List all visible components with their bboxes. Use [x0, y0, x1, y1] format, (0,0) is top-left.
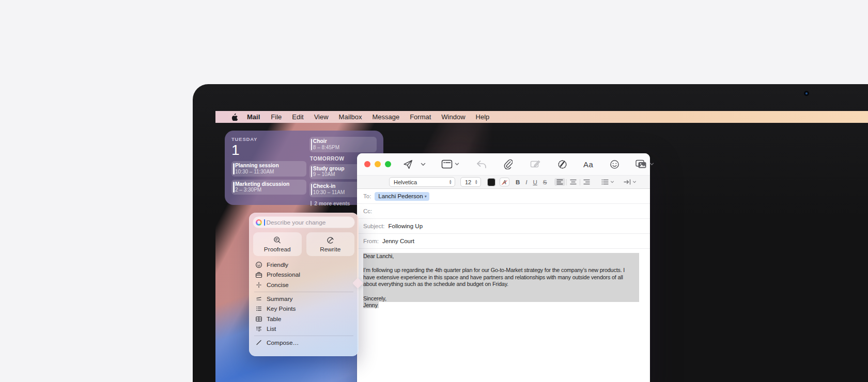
- font-size-value: 12: [465, 179, 471, 185]
- menu-item-concise[interactable]: Concise: [253, 280, 354, 290]
- menu-item-edit[interactable]: Edit: [287, 113, 308, 121]
- align-center-button[interactable]: [568, 178, 579, 186]
- body-line: Dear Lanchi,: [363, 253, 639, 260]
- font-family-value: Helvetica: [394, 179, 417, 185]
- font-family-select[interactable]: Helvetica ▲▼: [389, 177, 455, 187]
- calendar-day-number: 1: [231, 142, 306, 158]
- rewrite-button[interactable]: Rewrite: [306, 232, 355, 256]
- chevron-down-icon: ▾: [425, 194, 427, 199]
- menu-item-mail[interactable]: Mail: [242, 113, 266, 121]
- writing-tools-icon[interactable]: [557, 159, 568, 170]
- menu-item-professional[interactable]: Professional: [253, 270, 354, 280]
- pencil-icon: [255, 339, 262, 346]
- menu-item-key-points[interactable]: Key Points: [253, 304, 354, 314]
- menu-item-help[interactable]: Help: [471, 113, 495, 121]
- subject-field[interactable]: Subject: Following Up: [357, 219, 650, 234]
- align-right-button[interactable]: [581, 178, 592, 186]
- background-color-button[interactable]: A: [500, 178, 509, 186]
- from-field[interactable]: From: Jenny Court: [357, 234, 650, 249]
- reply-icon: [476, 160, 487, 169]
- menu-item-table[interactable]: Table: [253, 314, 354, 324]
- list-style-dropdown[interactable]: [601, 179, 614, 185]
- rewrite-label: Rewrite: [320, 246, 340, 253]
- body-line: I’m following up regarding the 4th quart…: [363, 267, 639, 274]
- menu-item-view[interactable]: View: [309, 113, 334, 121]
- describe-change-input[interactable]: Describe your change: [253, 217, 354, 228]
- recipient-token[interactable]: Lanchi Pederson ▾: [375, 192, 429, 201]
- summary-icon: [255, 296, 262, 302]
- text-caret: [264, 219, 265, 226]
- italic-button[interactable]: I: [525, 179, 527, 185]
- concise-icon: [255, 281, 262, 289]
- event-color-bar: [311, 166, 313, 178]
- attach-icon[interactable]: [503, 159, 513, 169]
- header-fields-icon[interactable]: [441, 160, 459, 169]
- menu-item-compose[interactable]: Compose…: [253, 338, 354, 348]
- from-value: Jenny Court: [382, 238, 414, 244]
- search-text-icon: [273, 236, 282, 245]
- align-left-button[interactable]: [554, 178, 565, 186]
- subject-value: Following Up: [389, 223, 423, 229]
- apple-menu-icon[interactable]: [226, 113, 242, 121]
- zoom-button[interactable]: [385, 161, 391, 167]
- event-title: Choir: [313, 138, 374, 145]
- event-time: 8 – 8:45PM: [313, 145, 374, 150]
- cc-field[interactable]: Cc:: [357, 204, 650, 219]
- menu-item-window[interactable]: Window: [436, 113, 470, 121]
- message-body[interactable]: Dear Lanchi, I’m following up regarding …: [357, 249, 650, 309]
- event-color-bar: [311, 184, 313, 195]
- photos-icon[interactable]: [635, 159, 654, 169]
- input-placeholder: Describe your change: [267, 219, 326, 226]
- to-field[interactable]: To: Lanchi Pederson ▾: [357, 189, 650, 204]
- proofread-button[interactable]: Proofread: [253, 232, 302, 256]
- close-button[interactable]: [364, 161, 370, 167]
- calendar-event[interactable]: Planning session 10:30 – 11:30AM: [231, 161, 306, 177]
- subject-label: Subject:: [363, 223, 385, 229]
- menu-item-friendly[interactable]: Friendly: [253, 260, 354, 270]
- recipient-name: Lanchi Pederson: [378, 193, 423, 199]
- briefcase-icon: [255, 272, 262, 278]
- calendar-event[interactable]: Marketing discussion 2 – 3:30PM: [231, 180, 306, 195]
- menu-item-file[interactable]: File: [266, 113, 287, 121]
- key-points-icon: [255, 306, 262, 312]
- stepper-icon[interactable]: ▲▼: [449, 180, 452, 184]
- menu-item-summary[interactable]: Summary: [253, 294, 354, 304]
- signature-icon: [530, 160, 540, 169]
- format-divider: [580, 179, 580, 185]
- send-options-chevron-icon[interactable]: [421, 163, 426, 166]
- text-format-icon[interactable]: Aa: [583, 160, 593, 169]
- menu-item-list[interactable]: List: [253, 324, 354, 335]
- menu-item-format[interactable]: Format: [405, 113, 436, 121]
- text-color-well[interactable]: [487, 178, 495, 186]
- compose-window: Aa Helvetica ▲▼ 12 ▲▼ A B I U: [357, 153, 650, 382]
- smiley-icon: [255, 261, 262, 268]
- event-color-bar: [311, 201, 312, 206]
- indent-dropdown[interactable]: [624, 179, 637, 185]
- body-line: have extensive experience in this space …: [363, 274, 639, 281]
- proofread-label: Proofread: [264, 246, 291, 253]
- bold-button[interactable]: B: [516, 179, 520, 185]
- cc-label: Cc:: [363, 208, 372, 214]
- event-title: Marketing discussion: [235, 181, 303, 187]
- more-events-label: 2 more events: [314, 201, 350, 206]
- underline-button[interactable]: U: [533, 179, 537, 185]
- menu-item-message[interactable]: Message: [367, 113, 405, 121]
- from-label: From:: [363, 238, 379, 244]
- emoji-icon[interactable]: [610, 160, 619, 169]
- font-size-select[interactable]: 12 ▲▼: [460, 177, 481, 187]
- format-bar: Helvetica ▲▼ 12 ▲▼ A B I U S: [357, 175, 650, 189]
- menu-item-mailbox[interactable]: Mailbox: [334, 113, 367, 121]
- minimize-button[interactable]: [375, 161, 381, 167]
- rewrite-circle-icon: [326, 236, 335, 245]
- body-line: [363, 288, 639, 295]
- mac-screen: Mail File Edit View Mailbox Message Form…: [215, 111, 868, 382]
- menu-bar: Mail File Edit View Mailbox Message Form…: [215, 111, 868, 123]
- compose-toolbar: Aa: [357, 153, 650, 175]
- strikethrough-button[interactable]: S: [543, 179, 547, 185]
- calendar-event[interactable]: Choir 8 – 8:45PM: [309, 137, 377, 152]
- menu-divider: [254, 336, 353, 336]
- apple-intelligence-icon: [256, 219, 262, 226]
- stepper-icon[interactable]: ▲▼: [475, 180, 478, 184]
- send-icon[interactable]: [402, 159, 413, 170]
- body-line: about everything such as the schedule an…: [363, 281, 639, 288]
